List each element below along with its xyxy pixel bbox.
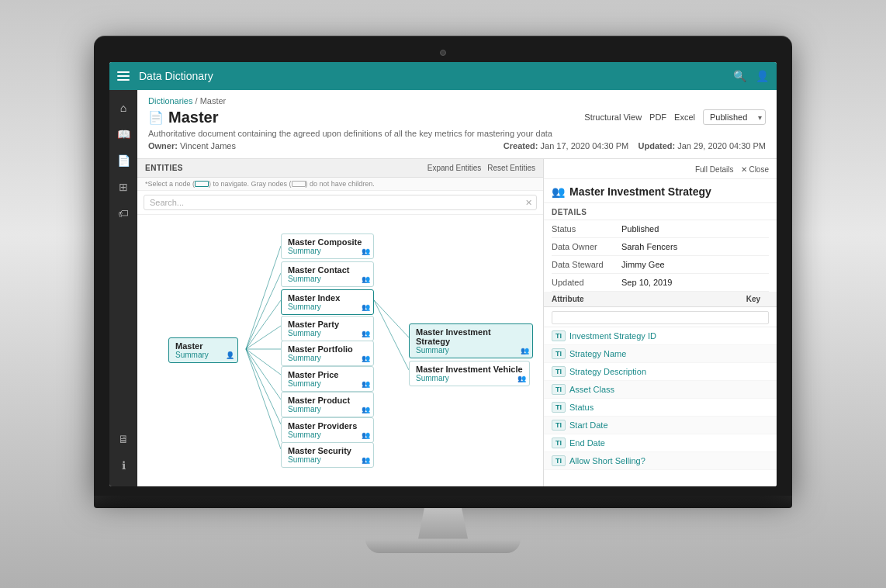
sidebar-item-dictionary[interactable]: 📖 (112, 123, 135, 146)
tree-node-party[interactable]: Master Party Summary 👥 (281, 316, 374, 341)
attr-type-ti-3: TI (552, 366, 566, 377)
close-button[interactable]: ✕ Close (741, 165, 769, 174)
detail-panel-header: Full Details ✕ Close (544, 159, 777, 179)
attr-type-ti-8: TI (552, 455, 566, 466)
detail-row-updated: Updated Sep 10, 2019 (552, 274, 769, 292)
svg-line-8 (246, 349, 281, 449)
sidebar-item-documents[interactable]: 📄 (112, 149, 135, 172)
entities-header: ENTITIES Expand Entities Reset Entities (137, 159, 543, 178)
attr-link-asset-class[interactable]: Asset Class (569, 385, 769, 394)
search-input[interactable] (144, 195, 537, 210)
tree-node-index[interactable]: Master Index Summary 👥 (281, 289, 374, 315)
attr-type-ti-4: TI (552, 384, 566, 395)
attr-type-ti-5: TI (552, 402, 566, 413)
attr-row-status-attr: TI Status (544, 399, 777, 417)
monitor-wrapper: Data Dictionary 🔍 👤 ⌂ 📖 📄 ⊞ 🏷 🖥 ℹ (94, 36, 792, 553)
master-node-icon: 👤 (226, 351, 234, 359)
updated-label-detail: Updated (552, 278, 621, 287)
status-select[interactable]: Published Draft Archived (703, 109, 766, 125)
owner-meta: Owner: Vincent James (148, 141, 236, 150)
pdf-button[interactable]: PDF (649, 112, 666, 122)
attr-search-row (544, 307, 777, 327)
attr-row-end-date: TI End Date (544, 434, 777, 452)
svg-line-3 (246, 326, 281, 349)
attr-type-ti-6: TI (552, 420, 566, 431)
entities-actions: Expand Entities Reset Entities (427, 164, 535, 172)
attr-link-status[interactable]: Status (569, 403, 769, 412)
svg-line-7 (246, 349, 281, 424)
sidebar-item-tags[interactable]: 🏷 (112, 202, 135, 225)
attr-row-strategy-description: TI Strategy Description (544, 363, 777, 381)
tree-node-providers[interactable]: Master Providers Summary 👥 (281, 417, 374, 443)
tree-node-portfolio[interactable]: Master Portfolio Summary 👥 (281, 341, 374, 366)
attr-search-input[interactable] (552, 311, 769, 324)
breadcrumb-separator: / (196, 96, 198, 105)
updated-value: Jan 29, 2020 04:30 PM (677, 141, 766, 150)
attr-row-start-date: TI Start Date (544, 417, 777, 434)
tree-node-security[interactable]: Master Security Summary 👥 (281, 442, 374, 468)
tree-node-investment-strategy[interactable]: Master Investment Strategy Summary 👥 (409, 323, 533, 358)
master-node-summary[interactable]: Summary (175, 351, 231, 359)
attr-link-strategy-description[interactable]: Strategy Description (569, 367, 769, 376)
attr-link-investment-strategy-id[interactable]: Investment Strategy ID (569, 331, 769, 341)
attr-col-attribute-header: Attribute (552, 295, 738, 303)
main-layout: ⌂ 📖 📄 ⊞ 🏷 🖥 ℹ Dictionaries / (109, 90, 777, 486)
entities-title: ENTITIES (145, 164, 183, 172)
tree-node-investment-vehicle[interactable]: Master Investment Vehicle Summary 👥 (409, 361, 530, 386)
monitor-chin (94, 496, 792, 508)
status-select-wrapper[interactable]: Published Draft Archived (703, 109, 766, 125)
page-title-row: 📄 Master Structural View PDF Excel Publi… (148, 109, 766, 126)
attr-row-allow-short-selling: TI Allow Short Selling? (544, 452, 777, 470)
user-icon[interactable]: 👤 (756, 70, 769, 82)
detail-panel: Full Details ✕ Close 👥 Master Investment (544, 159, 777, 486)
tree-node-contact[interactable]: Master Contact Summary 👥 (281, 261, 374, 287)
svg-line-5 (246, 349, 281, 375)
toolbar-right: Structural View PDF Excel Published Draf… (584, 109, 766, 125)
attr-link-allow-short-selling[interactable]: Allow Short Selling? (569, 456, 769, 465)
detail-row-data-steward: Data Steward Jimmy Gee (552, 256, 769, 274)
tree-node-price[interactable]: Master Price Summary 👥 (281, 366, 374, 392)
page-header: Dictionaries / Master 📄 Master Structura… (137, 90, 777, 159)
detail-section-title: DETAILS (544, 203, 777, 220)
structural-view-button[interactable]: Structural View (584, 112, 642, 122)
meta-row: Owner: Vincent James Created: Jan 17, 20… (148, 141, 766, 150)
sidebar-item-info[interactable]: ℹ (112, 454, 135, 477)
reset-entities-button[interactable]: Reset Entities (487, 164, 535, 172)
svg-line-10 (374, 300, 409, 370)
sidebar-item-home[interactable]: ⌂ (112, 96, 135, 119)
sidebar-item-grid[interactable]: ⊞ (112, 175, 135, 199)
entities-search: ✕ (137, 191, 543, 215)
content-area: Dictionaries / Master 📄 Master Structura… (137, 90, 777, 486)
sidebar-item-server[interactable]: 🖥 (112, 427, 135, 451)
camera-icon (440, 50, 446, 56)
data-steward-label: Data Steward (552, 260, 621, 269)
data-steward-value: Jimmy Gee (621, 260, 665, 269)
search-icon[interactable]: 🔍 (733, 70, 746, 82)
attr-link-end-date[interactable]: End Date (569, 438, 769, 448)
tree-node-composite[interactable]: Master Composite Summary 👥 (281, 233, 374, 259)
attr-link-start-date[interactable]: Start Date (569, 420, 769, 430)
breadcrumb-dictionaries[interactable]: Dictionaries (148, 96, 192, 105)
monitor-stand-base (365, 539, 521, 553)
svg-line-0 (246, 246, 281, 349)
monitor-body: Data Dictionary 🔍 👤 ⌂ 📖 📄 ⊞ 🏷 🖥 ℹ (94, 36, 792, 496)
app-title: Data Dictionary (139, 70, 733, 82)
owner-value: Vincent James (180, 141, 236, 150)
search-clear-icon[interactable]: ✕ (525, 197, 532, 207)
tree-node-product[interactable]: Master Product Summary 👥 (281, 392, 374, 417)
header-icons: 🔍 👤 (733, 70, 769, 82)
full-details-button[interactable]: Full Details (695, 165, 733, 174)
breadcrumb-current: Master (200, 96, 227, 105)
created-value: Jan 17, 2020 04:30 PM (541, 141, 629, 150)
status-value: Published (621, 224, 659, 233)
page-subtitle: Authoritative document containing the ag… (148, 129, 766, 138)
close-x-icon: ✕ (741, 165, 747, 174)
attr-link-strategy-name[interactable]: Strategy Name (569, 349, 769, 358)
detail-title-text: Master Investment Strategy (569, 185, 711, 198)
excel-button[interactable]: Excel (674, 112, 695, 122)
expand-entities-button[interactable]: Expand Entities (427, 164, 482, 172)
tree-node-master[interactable]: Master Summary 👤 (168, 337, 238, 363)
monitor-stand-neck (412, 508, 474, 539)
hamburger-menu-icon[interactable] (117, 71, 130, 81)
dates-meta: Created: Jan 17, 2020 04:30 PM Updated: … (504, 141, 766, 150)
